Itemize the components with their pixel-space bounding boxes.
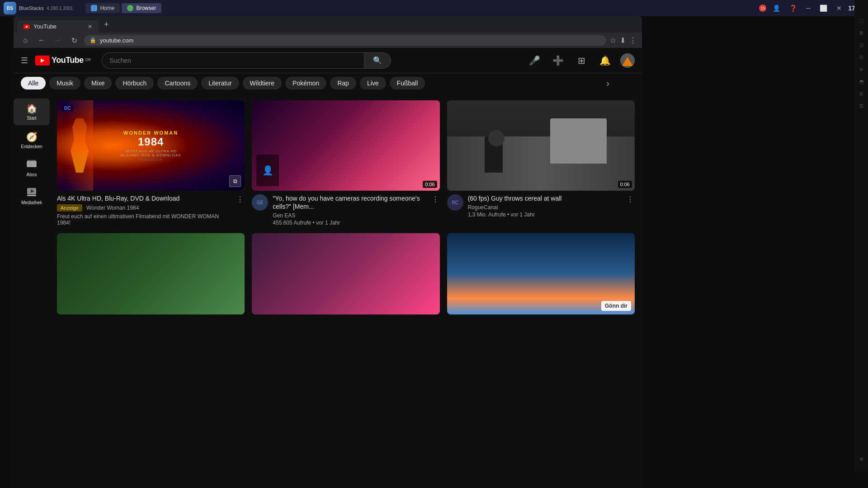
chip-pokemon[interactable]: Pokémon bbox=[285, 77, 326, 89]
video-description-1: Freut euch auf einen ultimativen Filmabe… bbox=[57, 213, 231, 226]
edge-icon-4[interactable]: ⊡ bbox=[859, 55, 863, 60]
bottom-thumb-3: Gönn dir bbox=[447, 233, 635, 314]
chip-rap[interactable]: Rap bbox=[330, 77, 356, 89]
video-channel-1: Wonder Woman 1984 bbox=[86, 205, 139, 211]
chip-musik[interactable]: Musik bbox=[49, 77, 80, 89]
apps-icon: ⊞ bbox=[578, 55, 585, 66]
video-stats-3: 1,3 Mio. Aufrufe • vor 1 Jahr bbox=[468, 211, 621, 218]
video-meta-3: (60 fps) Guy throws cereal at wall Rogue… bbox=[468, 194, 621, 218]
titlebar-minimize-btn[interactable]: ─ bbox=[803, 4, 813, 13]
search-icon: 🔍 bbox=[373, 56, 382, 65]
youtube-sidebar: 🏠 Start 🧭 Entdecken bbox=[14, 93, 50, 488]
browser-more-btn[interactable]: ⋮ bbox=[629, 36, 637, 45]
video-meta-2: "Yo, how do you have cameras recording s… bbox=[273, 194, 426, 226]
address-bar[interactable]: 🔒 youtube.com bbox=[84, 35, 606, 46]
chip-literatur[interactable]: Literatur bbox=[201, 77, 239, 89]
new-tab-btn[interactable]: + bbox=[100, 20, 113, 29]
browser-toolbar-right: ☆ ⬇ ⋮ bbox=[610, 36, 637, 45]
apps-btn[interactable]: ⊞ bbox=[573, 52, 590, 69]
video-stats-2: 455.605 Aufrufe • vor 1 Jahr bbox=[273, 220, 426, 226]
home-tab-icon bbox=[91, 5, 97, 11]
nav-home-btn[interactable]: ⌂ bbox=[19, 34, 32, 47]
nav-back-btn[interactable]: ← bbox=[35, 34, 48, 47]
search-input[interactable] bbox=[102, 52, 364, 69]
titlebar-user-btn[interactable]: 👤 bbox=[770, 4, 783, 13]
mic-icon: 🎤 bbox=[529, 55, 540, 66]
nav-forward-btn[interactable]: → bbox=[52, 34, 64, 47]
edge-icon-settings[interactable]: ⚙ bbox=[859, 457, 863, 462]
chip-live[interactable]: Live bbox=[360, 77, 386, 89]
search-form: 🔍 bbox=[102, 52, 391, 69]
edge-icon-8[interactable]: ☰ bbox=[859, 103, 863, 108]
edge-icon-2[interactable]: ⊞ bbox=[859, 30, 863, 35]
video-card-3[interactable]: 0:06 RC (60 fps) Guy throws cereal at wa… bbox=[447, 100, 635, 226]
browser-window: ▶ YouTube ✕ + ⌂ ← → ↻ 🔒 youtube.com ☆ ⬇ … bbox=[14, 16, 642, 488]
video-thumb-2: 👤 0:06 bbox=[252, 100, 439, 191]
category-chips: Alle Musik Mixe Hörbuch Cartoons Literat… bbox=[14, 73, 642, 93]
chips-next-btn[interactable]: › bbox=[606, 78, 609, 89]
cabinet bbox=[550, 118, 607, 164]
video-card-2[interactable]: 👤 0:06 GE "Yo, how do you have cameras r… bbox=[252, 100, 439, 226]
titlebar-tab-home[interactable]: Home bbox=[85, 3, 120, 13]
user-avatar[interactable] bbox=[620, 53, 635, 68]
sidebar-item-entdecken[interactable]: 🧭 Entdecken bbox=[14, 127, 50, 154]
video-more-btn-2[interactable]: ⋮ bbox=[431, 194, 440, 205]
edge-icon-3[interactable]: ◫ bbox=[859, 42, 863, 47]
chip-mixe[interactable]: Mixe bbox=[84, 77, 112, 89]
video-more-btn-3[interactable]: ⋮ bbox=[626, 194, 635, 205]
create-btn[interactable]: ➕ bbox=[550, 52, 566, 69]
channel-avatar-3: RC bbox=[447, 194, 463, 211]
bottom-card-3[interactable]: Gönn dir bbox=[447, 233, 635, 314]
bottom-card-2[interactable] bbox=[252, 233, 439, 314]
edge-icon-1[interactable]: ⬚ bbox=[859, 18, 863, 23]
chip-hoerbuch[interactable]: Hörbuch bbox=[115, 77, 154, 89]
search-btn[interactable]: 🔍 bbox=[364, 52, 391, 69]
hamburger-menu-btn[interactable]: ☰ bbox=[21, 56, 28, 66]
bottom-video-row: Gönn dir bbox=[57, 233, 635, 314]
titlebar-resize-btn[interactable]: ⬜ bbox=[817, 4, 830, 13]
video-thumb-3: 0:06 bbox=[447, 100, 635, 191]
edge-icon-7[interactable]: ⊟ bbox=[859, 91, 863, 96]
notification-badge: 15 bbox=[759, 5, 766, 12]
sidebar-entdecken-label: Entdecken bbox=[21, 144, 42, 149]
download-btn[interactable]: ⬇ bbox=[620, 36, 626, 45]
bookmark-btn[interactable]: ☆ bbox=[610, 36, 616, 45]
video-title-1: Als 4K Ultra HD, Blu-Ray, DVD & Download bbox=[57, 194, 231, 202]
sidebar-item-abos[interactable]: Abos bbox=[14, 155, 50, 182]
browser-tab-label: Browser bbox=[136, 5, 156, 11]
sidebar-abos-label: Abos bbox=[27, 172, 37, 177]
svg-rect-3 bbox=[28, 160, 35, 161]
nav-refresh-btn[interactable]: ↻ bbox=[68, 34, 80, 47]
bottom-card-1[interactable] bbox=[57, 233, 245, 314]
titlebar-tab-browser[interactable]: Browser bbox=[122, 3, 161, 13]
edge-icon-5[interactable]: ⊘ bbox=[859, 67, 863, 72]
hero-silhouette bbox=[66, 100, 93, 191]
mic-btn[interactable]: 🎤 bbox=[526, 52, 542, 69]
right-edge-panel: ⬚ ⊞ ◫ ⊡ ⊘ ⬒ ⊟ ☰ ⚙ bbox=[854, 0, 868, 472]
chip-cartoons[interactable]: Cartoons bbox=[157, 77, 198, 89]
edge-icon-6[interactable]: ⬒ bbox=[859, 79, 863, 84]
youtube-header: ☰ YouTube DE 🔍 🎤 ➕ ⊞ bbox=[14, 48, 642, 73]
youtube-logo[interactable]: YouTube DE bbox=[35, 56, 91, 66]
titlebar-right: 15 👤 ❓ ─ ⬜ ✕ 17:09 bbox=[759, 4, 864, 13]
titlebar-help-btn[interactable]: ❓ bbox=[787, 4, 800, 13]
sidebar-item-start[interactable]: 🏠 Start bbox=[14, 99, 50, 125]
chip-alle[interactable]: Alle bbox=[21, 77, 46, 89]
tab-close-btn[interactable]: ✕ bbox=[88, 23, 92, 30]
notifications-btn[interactable]: 🔔 bbox=[597, 52, 613, 69]
youtube-tab[interactable]: ▶ YouTube ✕ bbox=[17, 20, 99, 33]
compass-icon: 🧭 bbox=[26, 131, 38, 142]
video-grid: DC WONDER WOMAN 1984 JETZT ALS 4K ULTRA … bbox=[57, 100, 635, 226]
video-card-1[interactable]: DC WONDER WOMAN 1984 JETZT ALS 4K ULTRA … bbox=[57, 100, 245, 226]
youtube-logo-text: YouTube bbox=[52, 56, 84, 65]
video-duration-2: 0:06 bbox=[423, 181, 437, 188]
sidebar-mediathek-label: Mediathek bbox=[21, 200, 42, 205]
sidebar-item-mediathek[interactable]: Mediathek bbox=[14, 183, 50, 210]
titlebar-close-btn[interactable]: ✕ bbox=[834, 4, 844, 13]
card-text-overlay: Gönn dir bbox=[601, 301, 631, 311]
external-link-icon[interactable]: ⧉ bbox=[229, 175, 241, 187]
create-icon: ➕ bbox=[552, 55, 564, 66]
chip-wildtiere[interactable]: Wildtiere bbox=[243, 77, 282, 89]
video-more-btn-1[interactable]: ⋮ bbox=[236, 194, 245, 205]
chip-fussball[interactable]: Fußball bbox=[390, 77, 425, 89]
